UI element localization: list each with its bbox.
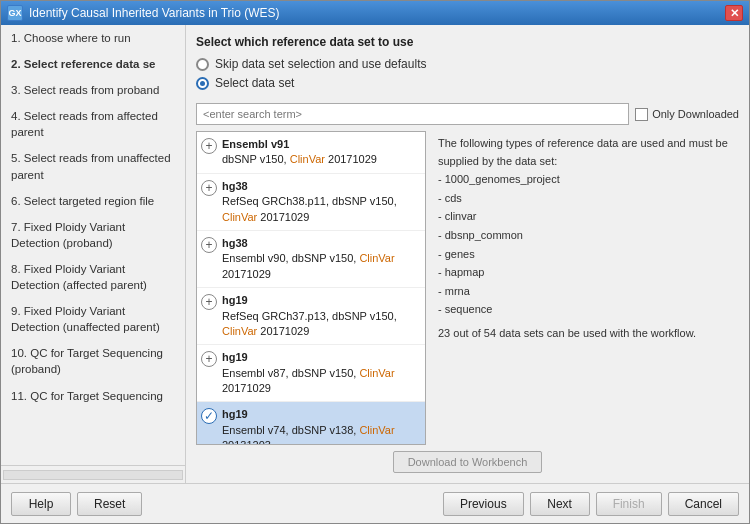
reset-button[interactable]: Reset xyxy=(77,492,142,516)
content-row: +Ensembl v91dbSNP v150, ClinVar 20171029… xyxy=(196,131,739,445)
download-button[interactable]: Download to Workbench xyxy=(393,451,543,473)
radio-skip-row[interactable]: Skip data set selection and use defaults xyxy=(196,57,739,71)
main-content: 1. Choose where to run2. Select referenc… xyxy=(1,25,749,483)
radio-select-row[interactable]: Select data set xyxy=(196,76,739,90)
next-button[interactable]: Next xyxy=(530,492,590,516)
search-row: Only Downloaded xyxy=(196,103,739,125)
title-bar-left: GX Identify Causal Inherited Variants in… xyxy=(7,5,280,21)
left-panel-item-5[interactable]: 5. Select reads from unaffected parent xyxy=(1,145,185,187)
info-line-6: - hapmap xyxy=(438,264,735,282)
plus-icon: + xyxy=(201,138,217,154)
main-window: GX Identify Causal Inherited Variants in… xyxy=(0,0,750,524)
left-panel-item-1[interactable]: 1. Choose where to run xyxy=(1,25,185,51)
info-panel: The following types of reference data ar… xyxy=(434,131,739,445)
info-line-2: - cds xyxy=(438,190,735,208)
left-panel-item-6[interactable]: 6. Select targeted region file xyxy=(1,188,185,214)
radio-select-label: Select data set xyxy=(215,76,294,90)
info-line-8: - sequence xyxy=(438,301,735,319)
list-item-3[interactable]: +hg19RefSeq GRCh37.p13, dbSNP v150, Clin… xyxy=(197,288,425,345)
left-panel-item-7[interactable]: 7. Fixed Ploidy Variant Detection (proba… xyxy=(1,214,185,256)
left-panel-item-10[interactable]: 10. QC for Target Sequencing (proband) xyxy=(1,340,185,382)
check-icon: ✓ xyxy=(201,408,217,424)
list-item-text-0: Ensembl v91dbSNP v150, ClinVar 20171029 xyxy=(222,137,377,168)
list-item-text-2: hg38Ensembl v90, dbSNP v150, ClinVar 201… xyxy=(222,236,421,282)
cancel-button[interactable]: Cancel xyxy=(668,492,739,516)
bottom-bar: Help Reset Previous Next Finish Cancel xyxy=(1,483,749,523)
list-item-text-4: hg19Ensembl v87, dbSNP v150, ClinVar 201… xyxy=(222,350,421,396)
left-panel-scroll[interactable]: 1. Choose where to run2. Select referenc… xyxy=(1,25,185,465)
left-panel-item-4[interactable]: 4. Select reads from affected parent xyxy=(1,103,185,145)
list-item-4[interactable]: +hg19Ensembl v87, dbSNP v150, ClinVar 20… xyxy=(197,345,425,402)
only-downloaded-text: Only Downloaded xyxy=(652,108,739,120)
left-panel-item-11[interactable]: 11. QC for Target Sequencing xyxy=(1,383,185,409)
info-line-3: - clinvar xyxy=(438,208,735,226)
radio-group: Skip data set selection and use defaults… xyxy=(196,57,739,95)
list-item-0[interactable]: +Ensembl v91dbSNP v150, ClinVar 20171029 xyxy=(197,132,425,174)
bottom-right: Previous Next Finish Cancel xyxy=(443,492,739,516)
h-scroll-track[interactable] xyxy=(3,470,183,480)
plus-icon: + xyxy=(201,180,217,196)
left-panel: 1. Choose where to run2. Select referenc… xyxy=(1,25,186,483)
finish-button[interactable]: Finish xyxy=(596,492,662,516)
list-item-text-5: hg19Ensembl v74, dbSNP v138, ClinVar 201… xyxy=(222,407,421,444)
left-panel-scrollbar xyxy=(1,465,185,483)
info-header: The following types of reference data ar… xyxy=(438,135,735,170)
list-item-text-3: hg19RefSeq GRCh37.p13, dbSNP v150, ClinV… xyxy=(222,293,421,339)
left-panel-item-8[interactable]: 8. Fixed Ploidy Variant Detection (affec… xyxy=(1,256,185,298)
only-downloaded-checkbox[interactable] xyxy=(635,108,648,121)
right-panel: Select which reference data set to use S… xyxy=(186,25,749,483)
list-item-2[interactable]: +hg38Ensembl v90, dbSNP v150, ClinVar 20… xyxy=(197,231,425,288)
only-downloaded-label: Only Downloaded xyxy=(635,108,739,121)
list-item-1[interactable]: +hg38RefSeq GRCh38.p11, dbSNP v150, Clin… xyxy=(197,174,425,231)
help-button[interactable]: Help xyxy=(11,492,71,516)
close-button[interactable]: ✕ xyxy=(725,5,743,21)
info-count: 23 out of 54 data sets can be used with … xyxy=(438,325,735,343)
plus-icon: + xyxy=(201,237,217,253)
radio-skip-label: Skip data set selection and use defaults xyxy=(215,57,426,71)
window-title: Identify Causal Inherited Variants in Tr… xyxy=(29,6,280,20)
search-input[interactable] xyxy=(196,103,629,125)
left-panel-item-9[interactable]: 9. Fixed Ploidy Variant Detection (unaff… xyxy=(1,298,185,340)
plus-icon: + xyxy=(201,294,217,310)
plus-icon: + xyxy=(201,351,217,367)
title-bar: GX Identify Causal Inherited Variants in… xyxy=(1,1,749,25)
list-item-text-1: hg38RefSeq GRCh38.p11, dbSNP v150, ClinV… xyxy=(222,179,421,225)
dataset-list-scroll[interactable]: +Ensembl v91dbSNP v150, ClinVar 20171029… xyxy=(197,132,425,444)
info-line-5: - genes xyxy=(438,246,735,264)
list-item-5[interactable]: ✓hg19Ensembl v74, dbSNP v138, ClinVar 20… xyxy=(197,402,425,444)
app-icon: GX xyxy=(7,5,23,21)
info-line-4: - dbsnp_common xyxy=(438,227,735,245)
download-btn-row: Download to Workbench xyxy=(196,451,739,473)
info-line-1: - 1000_genomes_project xyxy=(438,171,735,189)
left-panel-item-3[interactable]: 3. Select reads from proband xyxy=(1,77,185,103)
left-panel-item-2[interactable]: 2. Select reference data se xyxy=(1,51,185,77)
bottom-left: Help Reset xyxy=(11,492,142,516)
info-line-7: - mrna xyxy=(438,283,735,301)
dataset-list: +Ensembl v91dbSNP v150, ClinVar 20171029… xyxy=(196,131,426,445)
radio-select[interactable] xyxy=(196,77,209,90)
previous-button[interactable]: Previous xyxy=(443,492,524,516)
radio-skip[interactable] xyxy=(196,58,209,71)
section-title: Select which reference data set to use xyxy=(196,35,739,49)
